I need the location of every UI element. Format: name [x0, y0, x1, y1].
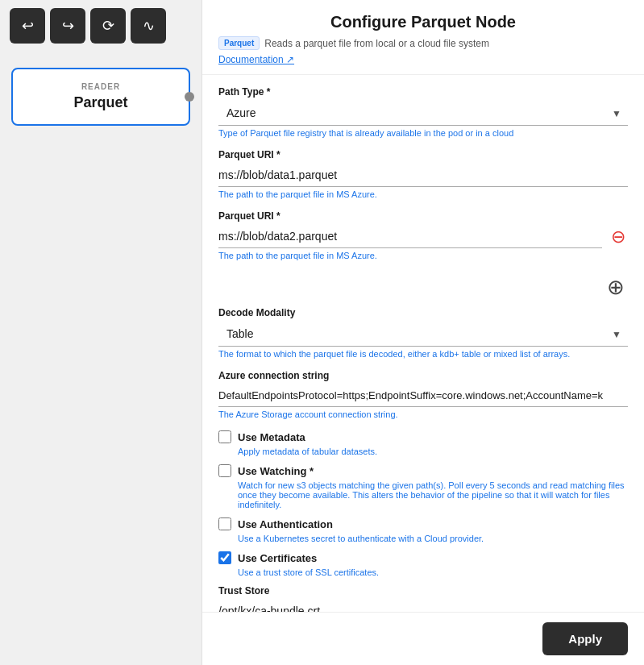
use-auth-checkbox[interactable]	[218, 517, 231, 530]
parquet-uri-2-row: ⊖	[218, 225, 628, 248]
parquet-uri-2-group: Parquet URI * ⊖ The path to the parquet …	[218, 210, 628, 260]
panel-content: Path Type * Azure Local S3 ▼ Type of Par…	[202, 75, 644, 612]
use-auth-label[interactable]: Use Authentication	[238, 518, 333, 530]
decode-modality-hint: The format to which the parquet file is …	[218, 349, 628, 359]
parquet-uri-1-hint: The path to the parquet file in MS Azure…	[218, 189, 628, 199]
azure-conn-group: Azure connection string The Azure Storag…	[218, 370, 628, 419]
remove-uri-button[interactable]: ⊖	[609, 227, 628, 247]
use-certs-hint: Use a trust store of SSL certificates.	[238, 567, 628, 577]
documentation-link[interactable]: Documentation ↗	[218, 54, 294, 65]
sidebar: ↩ ↪ ⟳ ∿ READER Parquet	[0, 0, 202, 665]
path-type-select-wrapper: Azure Local S3 ▼	[218, 101, 628, 126]
use-watching-checkbox[interactable]	[218, 464, 231, 477]
trust-store-group: Trust Store The location of a Trust stor…	[218, 585, 628, 612]
chart-button[interactable]: ∿	[131, 8, 166, 44]
azure-conn-label: Azure connection string	[218, 370, 628, 381]
use-watching-row: Use Watching *	[218, 464, 628, 477]
parquet-uri-2-label: Parquet URI *	[218, 210, 628, 222]
use-certs-label[interactable]: Use Certificates	[238, 552, 317, 564]
use-watching-group: Use Watching * Watch for new s3 objects …	[218, 464, 628, 509]
toolbar: ↩ ↪ ⟳ ∿	[0, 0, 202, 52]
panel-description: Reads a parquet file from local or a clo…	[264, 38, 489, 49]
use-auth-row: Use Authentication	[218, 517, 628, 530]
azure-conn-hint: The Azure Storage account connection str…	[218, 409, 628, 419]
trust-store-input[interactable]	[218, 600, 628, 612]
add-uri-button[interactable]: ⊕	[604, 275, 628, 299]
decode-modality-group: Decode Modality Table Mixed List ▼ The f…	[218, 307, 628, 359]
path-type-hint: Type of Parquet file registry that is al…	[218, 128, 628, 138]
refresh-button[interactable]: ⟳	[90, 8, 126, 44]
path-type-group: Path Type * Azure Local S3 ▼ Type of Par…	[218, 86, 628, 138]
path-type-select[interactable]: Azure Local S3	[218, 101, 628, 126]
config-panel: Configure Parquet Node Parquet Reads a p…	[202, 0, 644, 665]
node-card[interactable]: READER Parquet	[11, 68, 190, 126]
parquet-uri-1-input[interactable]	[218, 164, 628, 187]
use-certs-group: Use Certificates Use a trust store of SS…	[218, 551, 628, 577]
node-type-label: READER	[26, 82, 176, 91]
decode-modality-select[interactable]: Table Mixed List	[218, 322, 628, 347]
use-watching-hint: Watch for new s3 objects matching the gi…	[238, 480, 628, 509]
use-auth-hint: Use a Kubernetes secret to authenticate …	[238, 534, 628, 543]
parquet-uri-2-input[interactable]	[218, 225, 602, 248]
use-metadata-hint: Apply metadata of tabular datasets.	[238, 447, 628, 456]
azure-conn-input[interactable]	[218, 384, 628, 407]
panel-footer: Apply	[202, 612, 644, 665]
path-type-label: Path Type *	[218, 86, 628, 98]
use-certs-row: Use Certificates	[218, 551, 628, 564]
trust-store-label: Trust Store	[218, 585, 628, 596]
panel-title: Configure Parquet Node	[218, 13, 628, 31]
use-metadata-label[interactable]: Use Metadata	[238, 431, 305, 443]
panel-header: Configure Parquet Node Parquet Reads a p…	[202, 0, 644, 75]
panel-subtitle-row: Parquet Reads a parquet file from local …	[218, 36, 628, 50]
parquet-uri-1-label: Parquet URI *	[218, 149, 628, 160]
use-certs-checkbox[interactable]	[218, 551, 231, 564]
node-title: Parquet	[26, 94, 176, 111]
use-metadata-group: Use Metadata Apply metadata of tabular d…	[218, 430, 628, 456]
use-auth-group: Use Authentication Use a Kubernetes secr…	[218, 517, 628, 543]
parquet-uri-2-hint: The path to the parquet file in MS Azure…	[218, 251, 628, 260]
redo-button[interactable]: ↪	[50, 8, 85, 44]
apply-button[interactable]: Apply	[542, 622, 628, 655]
use-metadata-checkbox[interactable]	[218, 430, 231, 443]
undo-button[interactable]: ↩	[10, 8, 45, 44]
parquet-uri-1-group: Parquet URI * The path to the parquet fi…	[218, 149, 628, 199]
use-metadata-row: Use Metadata	[218, 430, 628, 443]
node-connector	[185, 92, 194, 102]
decode-modality-select-wrapper: Table Mixed List ▼	[218, 322, 628, 347]
decode-modality-label: Decode Modality	[218, 307, 628, 318]
use-watching-label[interactable]: Use Watching *	[238, 465, 314, 477]
parquet-badge: Parquet	[218, 36, 260, 50]
